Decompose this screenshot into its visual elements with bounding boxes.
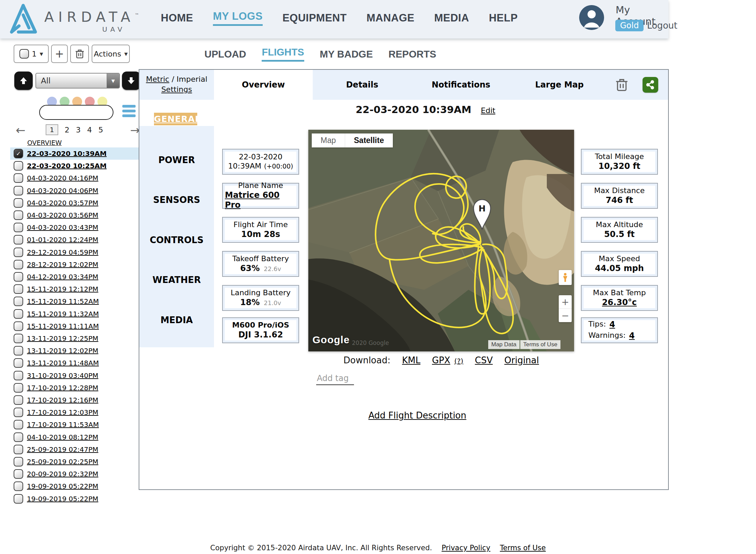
flight-link[interactable]: 19-09-2019 05:22PM	[27, 482, 98, 490]
flight-link[interactable]: 01-01-2020 12:24PM	[27, 236, 98, 244]
flight-checkbox[interactable]	[14, 284, 23, 294]
prev-page-arrow-icon[interactable]: ←	[16, 123, 26, 137]
flight-link[interactable]: 17-10-2019 12:16PM	[27, 396, 98, 404]
section-menu-controls[interactable]: CONTROLS	[139, 234, 214, 246]
privacy-policy-link[interactable]: Privacy Policy	[442, 544, 490, 552]
section-menu-media[interactable]: MEDIA	[139, 314, 214, 326]
flight-checkbox[interactable]	[14, 334, 23, 343]
download-gpx-help-link[interactable]: (?)	[454, 357, 463, 365]
add-button[interactable]: +	[51, 45, 68, 63]
flight-link[interactable]: 04-03-2020 04:16PM	[27, 174, 98, 182]
flight-link[interactable]: 29-12-2019 04:59PM	[27, 248, 98, 256]
satellite-view-button[interactable]: Satellite	[345, 133, 393, 147]
map-data-link[interactable]: Map Data	[488, 340, 520, 349]
flight-checkbox[interactable]	[14, 161, 23, 171]
flight-link[interactable]: 15-11-2019 11:11AM	[27, 322, 99, 330]
flight-link[interactable]: 17-10-2019 11:53AM	[27, 421, 99, 429]
tab-details[interactable]: Details	[311, 70, 413, 100]
flight-link[interactable]: 17-10-2019 12:28PM	[27, 384, 98, 392]
section-menu-weather[interactable]: WEATHER	[139, 274, 214, 286]
airdata-logo-icon[interactable]	[7, 3, 39, 36]
page-number-2[interactable]: 2	[65, 126, 70, 134]
flight-checkbox[interactable]	[14, 445, 23, 454]
flight-link[interactable]: 15-11-2019 11:32AM	[27, 310, 99, 318]
flight-checkbox[interactable]	[14, 457, 23, 466]
filter-select[interactable]: All ▼	[35, 73, 120, 89]
flight-checkbox[interactable]	[14, 371, 23, 380]
flight-checkbox[interactable]	[14, 494, 23, 504]
flight-checkbox[interactable]	[14, 383, 23, 393]
flight-checkbox[interactable]	[14, 248, 23, 257]
flight-checkbox[interactable]	[14, 198, 23, 208]
flight-checkbox[interactable]	[14, 309, 23, 319]
warnings-count-link[interactable]: 4	[629, 331, 635, 341]
flight-link[interactable]: 13-11-2019 11:48AM	[27, 359, 99, 367]
flight-link[interactable]: 28-12-2019 12:02PM	[27, 260, 98, 269]
flight-checkbox[interactable]	[14, 358, 23, 368]
settings-link[interactable]: Settings	[161, 85, 192, 94]
flight-checkbox[interactable]	[14, 297, 23, 306]
overview-column-header[interactable]: OVERVIEW	[27, 139, 62, 146]
terms-of-use-link[interactable]: Terms of Use	[500, 544, 546, 552]
select-all-checkbox[interactable]	[19, 49, 29, 59]
page-number-1[interactable]: 1	[46, 124, 58, 135]
flight-link[interactable]: 25-09-2019 02:47PM	[27, 445, 98, 454]
flight-checkbox[interactable]	[14, 186, 23, 195]
map-canvas[interactable]: H Map Satellite + − Google 2020 Google M…	[308, 130, 574, 351]
edit-title-link[interactable]: Edit	[481, 106, 495, 115]
flight-link[interactable]: 20-09-2019 02:32PM	[27, 470, 98, 478]
avatar[interactable]	[579, 5, 604, 30]
zoom-out-button[interactable]: −	[559, 309, 572, 322]
section-menu-power[interactable]: POWER	[139, 154, 214, 166]
tab-notifications[interactable]: Notifications	[410, 70, 512, 100]
tab-large-map[interactable]: Large Map	[508, 70, 611, 100]
logout-link[interactable]: Logout	[647, 20, 677, 31]
flight-link[interactable]: 04-10-2019 08:12PM	[27, 433, 98, 441]
share-button[interactable]	[643, 77, 658, 93]
section-menu-sensors[interactable]: SENSORS	[139, 194, 214, 206]
zoom-in-button[interactable]: +	[559, 295, 572, 309]
flight-link[interactable]: 31-10-2019 03:40PM	[27, 371, 98, 380]
nav-item-home[interactable]: HOME	[161, 12, 193, 24]
flight-checkbox[interactable]	[14, 223, 23, 232]
download-original-link[interactable]: Original	[504, 355, 539, 365]
download-kml-link[interactable]: KML	[402, 355, 420, 365]
nav-item-manage[interactable]: MANAGE	[367, 12, 415, 24]
flight-checkbox[interactable]	[14, 481, 23, 491]
flight-link[interactable]: 19-09-2019 05:22PM	[27, 495, 98, 503]
search-input[interactable]	[39, 105, 113, 120]
map-view-button[interactable]: Map	[312, 133, 345, 147]
scroll-up-button[interactable]	[14, 72, 33, 90]
flight-link[interactable]: 15-11-2019 12:12PM	[27, 285, 98, 293]
subnav-item-upload[interactable]: UPLOAD	[204, 49, 246, 60]
add-flight-description-link[interactable]: Add Flight Description	[368, 410, 466, 421]
subnav-item-reports[interactable]: REPORTS	[388, 49, 436, 60]
nav-item-equipment[interactable]: EQUIPMENT	[282, 12, 347, 24]
pegman-icon[interactable]	[559, 270, 572, 285]
imperial-label[interactable]: Imperial	[176, 75, 207, 83]
flight-checkbox[interactable]	[14, 173, 23, 183]
tab-overview[interactable]: Overview	[214, 70, 313, 100]
nav-item-media[interactable]: MEDIA	[434, 12, 469, 24]
delete-button[interactable]	[70, 45, 89, 63]
flight-link[interactable]: 04-03-2020 04:06PM	[27, 187, 98, 195]
scroll-down-button[interactable]	[122, 72, 140, 90]
tips-count-link[interactable]: 4	[610, 320, 615, 330]
page-number-4[interactable]: 4	[87, 126, 92, 134]
flight-link[interactable]: 04-03-2020 03:56PM	[27, 211, 98, 219]
add-tag-input[interactable]: Add tag	[316, 374, 354, 385]
flight-checkbox[interactable]	[14, 420, 23, 429]
section-menu-general[interactable]: GENERAL	[154, 113, 197, 125]
gold-badge[interactable]: Gold	[615, 20, 644, 31]
nav-item-help[interactable]: HELP	[489, 12, 518, 24]
page-number-3[interactable]: 3	[76, 126, 81, 134]
flight-checkbox[interactable]	[14, 408, 23, 417]
flight-checkbox[interactable]: ✓	[14, 149, 23, 158]
download-csv-link[interactable]: CSV	[475, 355, 493, 365]
flight-link[interactable]: 15-11-2019 11:52AM	[27, 297, 99, 305]
flight-checkbox[interactable]	[14, 346, 23, 355]
map-terms-link[interactable]: Terms of Use	[520, 340, 560, 349]
flight-link[interactable]: 25-09-2019 02:25PM	[27, 458, 98, 466]
flight-checkbox[interactable]	[14, 272, 23, 282]
subnav-item-my-badge[interactable]: MY BADGE	[320, 49, 373, 60]
